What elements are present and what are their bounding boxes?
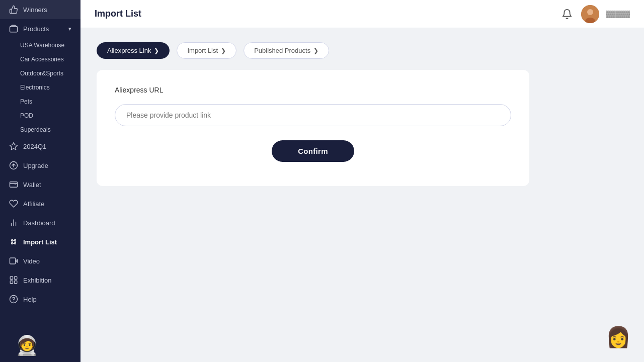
affiliate-icon	[9, 199, 18, 208]
sidebar-item-winners[interactable]: Winners	[0, 0, 80, 19]
sidebar-item-import-list[interactable]: Import List	[0, 232, 80, 251]
sidebar-item-video-label: Video	[23, 257, 40, 265]
header-right: ▓▓▓▓▓	[560, 5, 630, 23]
character-widget: 👩	[606, 312, 636, 352]
sidebar-item-help-label: Help	[23, 296, 37, 303]
sidebar-item-dashboard-label: Dashboard	[23, 219, 55, 227]
tab-published-arrow: ❯	[313, 47, 318, 54]
sidebar-item-dashboard[interactable]: Dashboard	[0, 213, 80, 232]
wallet-icon	[9, 180, 18, 189]
exhibition-icon	[9, 276, 18, 285]
page-title: Import List	[95, 9, 141, 19]
main-area: Import List ▓▓▓▓▓ Aliexpress	[80, 0, 644, 362]
sidebar-item-usa-warehouse-label: USA Warehouse	[20, 42, 64, 49]
import-icon	[9, 237, 18, 246]
svg-rect-20	[15, 281, 17, 284]
tab-aliexpress-link-label: Aliexpress Link	[107, 47, 151, 54]
svg-marker-1	[10, 143, 18, 150]
sidebar-item-outdoor-sports-label: Outdoor&Sports	[20, 70, 63, 77]
tab-import-arrow: ❯	[221, 47, 226, 54]
sidebar-item-superdeals[interactable]: Superdeals	[0, 123, 80, 137]
sidebar-item-superdeals-label: Superdeals	[20, 126, 51, 133]
sidebar-item-pod-label: POD	[20, 112, 33, 119]
tab-published-products[interactable]: Published Products ❯	[244, 42, 329, 59]
svg-point-21	[10, 296, 18, 303]
svg-rect-19	[10, 281, 13, 284]
box-icon	[9, 24, 18, 33]
sidebar-item-usa-warehouse[interactable]: USA Warehouse	[0, 38, 80, 52]
sidebar-item-help[interactable]: Help	[0, 290, 80, 309]
svg-point-24	[587, 9, 593, 15]
sidebar-item-products-label: Products	[23, 25, 49, 33]
sidebar-item-car-accessories-label: Car Accessories	[20, 56, 64, 63]
sidebar-item-exhibition[interactable]: Exhibition	[0, 270, 80, 290]
sidebar-item-exhibition-label: Exhibition	[23, 277, 51, 284]
header: Import List ▓▓▓▓▓	[80, 0, 644, 28]
sidebar-item-import-list-label: Import List	[23, 238, 57, 246]
username-display[interactable]: ▓▓▓▓▓	[606, 10, 630, 18]
import-card: Aliexpress URL Confirm	[97, 70, 529, 186]
sidebar-item-video[interactable]: Video	[0, 251, 80, 270]
sidebar-item-2024q1[interactable]: 2024Q1	[0, 137, 80, 156]
sidebar-item-affiliate-label: Affiliate	[23, 200, 44, 208]
sidebar-item-products[interactable]: Products ▾	[0, 19, 80, 38]
svg-rect-18	[15, 277, 17, 279]
sidebar-item-affiliate[interactable]: Affiliate	[0, 194, 80, 213]
thumb-icon	[9, 5, 18, 14]
sidebar-item-upgrade[interactable]: Upgrade	[0, 156, 80, 175]
sidebar-item-outdoor-sports[interactable]: Outdoor&Sports	[0, 66, 80, 80]
tab-aliexpress-arrow: ❯	[154, 47, 159, 54]
products-arrow: ▾	[68, 26, 71, 32]
star-icon	[9, 142, 18, 151]
sidebar-item-electronics-label: Electronics	[20, 84, 50, 91]
chart-icon	[9, 218, 18, 227]
help-icon	[9, 295, 18, 304]
svg-rect-15	[10, 258, 16, 264]
url-input[interactable]	[115, 104, 511, 126]
upgrade-icon	[9, 161, 18, 170]
tab-import-list[interactable]: Import List ❯	[177, 42, 236, 59]
svg-rect-0	[10, 27, 18, 32]
sidebar-item-wallet[interactable]: Wallet	[0, 175, 80, 194]
video-icon	[9, 256, 18, 265]
tab-import-list-label: Import List	[187, 47, 218, 54]
sidebar-item-pets[interactable]: Pets	[0, 95, 80, 109]
sidebar-item-winners-label: Winners	[23, 6, 47, 14]
tab-published-products-label: Published Products	[254, 47, 310, 54]
sidebar-item-car-accessories[interactable]: Car Accessories	[0, 52, 80, 66]
svg-rect-17	[10, 277, 13, 279]
sidebar-item-pod[interactable]: POD	[0, 109, 80, 123]
card-label: Aliexpress URL	[115, 86, 511, 94]
sidebar-item-upgrade-label: Upgrade	[23, 162, 48, 169]
user-avatar[interactable]	[581, 5, 599, 23]
confirm-button[interactable]: Confirm	[272, 140, 354, 162]
notification-bell[interactable]	[560, 7, 574, 21]
sidebar-item-electronics[interactable]: Electronics	[0, 80, 80, 95]
tab-bar: Aliexpress Link ❯ Import List ❯ Publishe…	[97, 42, 628, 59]
sidebar-item-2024q1-label: 2024Q1	[23, 143, 46, 150]
tab-aliexpress-link[interactable]: Aliexpress Link ❯	[97, 42, 170, 59]
svg-rect-3	[10, 182, 18, 188]
sidebar-item-pets-label: Pets	[20, 98, 32, 105]
page-content: Aliexpress Link ❯ Import List ❯ Publishe…	[80, 28, 644, 362]
emoji-widget: 🧑‍🚀	[15, 333, 39, 357]
sidebar-item-wallet-label: Wallet	[23, 181, 41, 189]
sidebar: Winners Products ▾ USA Warehouse Car Acc…	[0, 0, 80, 362]
